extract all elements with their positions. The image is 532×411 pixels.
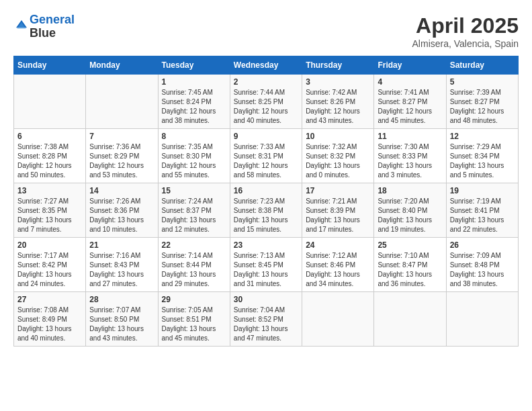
day-number: 15: [162, 186, 226, 195]
header-tuesday: Tuesday: [158, 56, 230, 75]
day-number: 29: [162, 295, 226, 304]
calendar-header: SundayMondayTuesdayWednesdayThursdayFrid…: [14, 56, 519, 75]
week-row-2: 6Sunrise: 7:38 AMSunset: 8:28 PMDaylight…: [14, 129, 519, 183]
day-cell: 24Sunrise: 7:12 AMSunset: 8:46 PMDayligh…: [302, 238, 374, 292]
day-info: Sunrise: 7:41 AMSunset: 8:27 PMDaylight:…: [378, 88, 442, 126]
day-number: 5: [450, 77, 515, 87]
day-cell: 11Sunrise: 7:30 AMSunset: 8:33 PMDayligh…: [374, 129, 446, 183]
day-number: 8: [162, 132, 226, 141]
day-info: Sunrise: 7:44 AMSunset: 8:25 PMDaylight:…: [234, 88, 298, 126]
day-info: Sunrise: 7:16 AMSunset: 8:43 PMDaylight:…: [89, 251, 154, 289]
day-number: 16: [234, 186, 298, 195]
week-row-5: 27Sunrise: 7:08 AMSunset: 8:49 PMDayligh…: [14, 292, 519, 347]
day-info: Sunrise: 7:09 AMSunset: 8:48 PMDaylight:…: [450, 251, 515, 289]
day-number: 2: [234, 77, 298, 87]
day-number: 4: [378, 77, 442, 87]
day-number: 14: [89, 186, 154, 195]
header-row: SundayMondayTuesdayWednesdayThursdayFrid…: [14, 56, 519, 75]
day-cell: [374, 292, 446, 347]
day-number: 28: [89, 295, 154, 304]
day-cell: 12Sunrise: 7:29 AMSunset: 8:34 PMDayligh…: [446, 129, 518, 183]
day-info: Sunrise: 7:24 AMSunset: 8:37 PMDaylight:…: [162, 197, 226, 234]
day-number: 9: [234, 132, 298, 141]
day-number: 23: [234, 240, 298, 250]
title-block: April 2025 Almisera, Valencia, Spain: [412, 13, 519, 49]
day-number: 30: [234, 295, 298, 304]
day-cell: 17Sunrise: 7:21 AMSunset: 8:39 PMDayligh…: [302, 183, 374, 238]
day-cell: 29Sunrise: 7:05 AMSunset: 8:51 PMDayligh…: [158, 292, 230, 347]
day-cell: 22Sunrise: 7:14 AMSunset: 8:44 PMDayligh…: [158, 238, 230, 292]
week-row-1: 1Sunrise: 7:45 AMSunset: 8:24 PMDaylight…: [14, 75, 519, 129]
month-title: April 2025: [412, 13, 519, 38]
location-subtitle: Almisera, Valencia, Spain: [412, 38, 519, 49]
day-number: 26: [450, 240, 515, 250]
logo: General Blue: [13, 13, 75, 40]
day-info: Sunrise: 7:17 AMSunset: 8:42 PMDaylight:…: [17, 251, 82, 289]
day-cell: 21Sunrise: 7:16 AMSunset: 8:43 PMDayligh…: [86, 238, 158, 292]
day-cell: 18Sunrise: 7:20 AMSunset: 8:40 PMDayligh…: [374, 183, 446, 238]
day-cell: 14Sunrise: 7:26 AMSunset: 8:36 PMDayligh…: [86, 183, 158, 238]
day-cell: 8Sunrise: 7:35 AMSunset: 8:30 PMDaylight…: [158, 129, 230, 183]
day-cell: 6Sunrise: 7:38 AMSunset: 8:28 PMDaylight…: [14, 129, 86, 183]
week-row-4: 20Sunrise: 7:17 AMSunset: 8:42 PMDayligh…: [14, 238, 519, 292]
page-header: General Blue April 2025 Almisera, Valenc…: [13, 13, 519, 49]
day-number: 10: [306, 132, 370, 141]
day-cell: 7Sunrise: 7:36 AMSunset: 8:29 PMDaylight…: [86, 129, 158, 183]
day-info: Sunrise: 7:10 AMSunset: 8:47 PMDaylight:…: [378, 251, 442, 289]
day-cell: 27Sunrise: 7:08 AMSunset: 8:49 PMDayligh…: [14, 292, 86, 347]
logo-icon: [15, 19, 28, 32]
header-wednesday: Wednesday: [230, 56, 302, 75]
header-friday: Friday: [374, 56, 446, 75]
day-cell: 20Sunrise: 7:17 AMSunset: 8:42 PMDayligh…: [14, 238, 86, 292]
day-cell: 28Sunrise: 7:07 AMSunset: 8:50 PMDayligh…: [86, 292, 158, 347]
day-cell: 10Sunrise: 7:32 AMSunset: 8:32 PMDayligh…: [302, 129, 374, 183]
day-number: 7: [89, 132, 154, 141]
day-cell: [14, 75, 86, 129]
day-number: 6: [17, 132, 82, 141]
day-info: Sunrise: 7:39 AMSunset: 8:27 PMDaylight:…: [450, 88, 515, 126]
calendar-body: 1Sunrise: 7:45 AMSunset: 8:24 PMDaylight…: [14, 75, 519, 347]
day-info: Sunrise: 7:33 AMSunset: 8:31 PMDaylight:…: [234, 142, 298, 180]
day-info: Sunrise: 7:32 AMSunset: 8:32 PMDaylight:…: [306, 142, 370, 180]
day-cell: 16Sunrise: 7:23 AMSunset: 8:38 PMDayligh…: [230, 183, 302, 238]
day-cell: 13Sunrise: 7:27 AMSunset: 8:35 PMDayligh…: [14, 183, 86, 238]
day-number: 18: [378, 186, 442, 195]
day-info: Sunrise: 7:20 AMSunset: 8:40 PMDaylight:…: [378, 197, 442, 234]
day-cell: 1Sunrise: 7:45 AMSunset: 8:24 PMDaylight…: [158, 75, 230, 129]
header-saturday: Saturday: [446, 56, 518, 75]
day-number: 20: [17, 240, 82, 250]
day-cell: 2Sunrise: 7:44 AMSunset: 8:25 PMDaylight…: [230, 75, 302, 129]
day-number: 17: [306, 186, 370, 195]
day-number: 21: [89, 240, 154, 250]
day-cell: 3Sunrise: 7:42 AMSunset: 8:26 PMDaylight…: [302, 75, 374, 129]
day-cell: [302, 292, 374, 347]
day-info: Sunrise: 7:30 AMSunset: 8:33 PMDaylight:…: [378, 142, 442, 180]
day-info: Sunrise: 7:42 AMSunset: 8:26 PMDaylight:…: [306, 88, 370, 126]
day-info: Sunrise: 7:13 AMSunset: 8:45 PMDaylight:…: [234, 251, 298, 289]
day-cell: 26Sunrise: 7:09 AMSunset: 8:48 PMDayligh…: [446, 238, 518, 292]
day-info: Sunrise: 7:21 AMSunset: 8:39 PMDaylight:…: [306, 197, 370, 234]
day-info: Sunrise: 7:05 AMSunset: 8:51 PMDaylight:…: [162, 306, 226, 343]
day-cell: [446, 292, 518, 347]
day-number: 1: [162, 77, 226, 87]
day-cell: 9Sunrise: 7:33 AMSunset: 8:31 PMDaylight…: [230, 129, 302, 183]
day-info: Sunrise: 7:45 AMSunset: 8:24 PMDaylight:…: [162, 88, 226, 126]
day-cell: 15Sunrise: 7:24 AMSunset: 8:37 PMDayligh…: [158, 183, 230, 238]
day-cell: 4Sunrise: 7:41 AMSunset: 8:27 PMDaylight…: [374, 75, 446, 129]
day-cell: 19Sunrise: 7:19 AMSunset: 8:41 PMDayligh…: [446, 183, 518, 238]
day-number: 12: [450, 132, 515, 141]
day-info: Sunrise: 7:08 AMSunset: 8:49 PMDaylight:…: [17, 306, 82, 343]
day-info: Sunrise: 7:26 AMSunset: 8:36 PMDaylight:…: [89, 197, 154, 234]
day-number: 13: [17, 186, 82, 195]
day-info: Sunrise: 7:04 AMSunset: 8:52 PMDaylight:…: [234, 306, 298, 343]
logo-line2: Blue: [30, 27, 75, 40]
header-monday: Monday: [86, 56, 158, 75]
day-info: Sunrise: 7:27 AMSunset: 8:35 PMDaylight:…: [17, 197, 82, 234]
week-row-3: 13Sunrise: 7:27 AMSunset: 8:35 PMDayligh…: [14, 183, 519, 238]
logo-line1: General: [30, 13, 75, 26]
calendar-table: SundayMondayTuesdayWednesdayThursdayFrid…: [13, 56, 519, 347]
day-number: 3: [306, 77, 370, 87]
day-info: Sunrise: 7:14 AMSunset: 8:44 PMDaylight:…: [162, 251, 226, 289]
day-info: Sunrise: 7:07 AMSunset: 8:50 PMDaylight:…: [89, 306, 154, 343]
day-info: Sunrise: 7:19 AMSunset: 8:41 PMDaylight:…: [450, 197, 515, 234]
